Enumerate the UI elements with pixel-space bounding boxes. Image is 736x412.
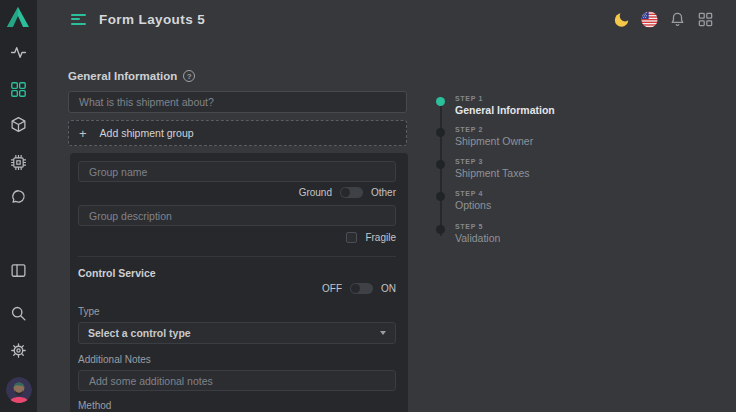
- fragile-label: Fragile: [365, 232, 396, 243]
- shipment-group-card: Ground Other Fragile Control Service OFF…: [70, 153, 408, 412]
- step-dot-icon: [436, 192, 445, 201]
- ground-other-toggle[interactable]: [340, 187, 363, 198]
- chevron-down-icon: [380, 331, 386, 335]
- cube-icon[interactable]: [10, 116, 27, 133]
- layout-panel-icon[interactable]: [10, 262, 27, 279]
- step-title: General Information: [455, 104, 555, 116]
- step-3-shipment-taxes[interactable]: STEP 3 Shipment Taxes: [436, 158, 530, 179]
- sidebar: [0, 0, 37, 412]
- step-dot-icon: [436, 128, 445, 137]
- brand-triangle-logo-icon[interactable]: [7, 7, 29, 27]
- control-type-select[interactable]: Select a control type: [78, 322, 396, 344]
- search-icon[interactable]: [10, 305, 27, 322]
- step-2-shipment-owner[interactable]: STEP 2 Shipment Owner: [436, 126, 533, 147]
- transport-toggle-row: Ground Other: [78, 187, 396, 198]
- additional-notes-label: Additional Notes: [78, 354, 396, 365]
- type-label: Type: [78, 306, 396, 317]
- step-dot-icon: [436, 160, 445, 169]
- ground-label: Ground: [299, 187, 332, 198]
- apps-grid-icon[interactable]: [697, 11, 714, 28]
- step-title: Validation: [455, 232, 500, 244]
- off-label: OFF: [322, 283, 342, 294]
- language-flag-icon[interactable]: [641, 11, 658, 28]
- user-avatar[interactable]: [6, 377, 32, 403]
- off-on-toggle[interactable]: [350, 283, 373, 294]
- step-title: Shipment Taxes: [455, 167, 530, 179]
- on-label: ON: [381, 283, 396, 294]
- step-4-options[interactable]: STEP 4 Options: [436, 190, 491, 211]
- wizard-stepper: STEP 1 General Information STEP 2 Shipme…: [436, 95, 626, 265]
- section-heading-label: General Information: [68, 70, 177, 82]
- step-5-validation[interactable]: STEP 5 Validation: [436, 223, 500, 244]
- add-shipment-group-button[interactable]: + Add shipment group: [68, 120, 407, 146]
- shipment-about-input[interactable]: [68, 91, 407, 113]
- card-divider: [78, 256, 396, 257]
- add-shipment-group-label: Add shipment group: [100, 127, 194, 139]
- step-1-general-information[interactable]: STEP 1 General Information: [436, 95, 555, 116]
- header: Form Layouts 5: [37, 0, 736, 38]
- group-description-input[interactable]: [78, 205, 396, 226]
- theme-moon-icon[interactable]: [613, 11, 630, 28]
- step-dot-icon: [436, 97, 445, 106]
- page-title: Form Layouts 5: [99, 12, 205, 27]
- control-service-title: Control Service: [78, 267, 396, 279]
- fragile-checkbox[interactable]: [346, 232, 357, 243]
- chip-icon[interactable]: [10, 154, 27, 171]
- plus-icon: +: [79, 126, 87, 141]
- additional-notes-input[interactable]: [78, 370, 396, 391]
- help-icon[interactable]: ?: [183, 70, 195, 82]
- activity-icon[interactable]: [10, 44, 27, 61]
- step-title: Shipment Owner: [455, 135, 533, 147]
- group-name-input[interactable]: [78, 161, 396, 182]
- step-dot-icon: [436, 225, 445, 234]
- control-toggle-row: OFF ON: [78, 283, 396, 294]
- step-title: Options: [455, 199, 491, 211]
- menu-hamburger-icon[interactable]: [71, 14, 86, 25]
- method-label: Method: [78, 400, 396, 411]
- step-label: STEP 3: [455, 158, 530, 165]
- grid-icon[interactable]: [10, 81, 27, 98]
- control-type-select-value: Select a control type: [88, 327, 191, 339]
- other-label: Other: [371, 187, 396, 198]
- step-label: STEP 1: [455, 95, 555, 102]
- step-label: STEP 5: [455, 223, 500, 230]
- notifications-bell-icon[interactable]: [669, 11, 686, 28]
- section-heading: General Information ?: [68, 70, 195, 82]
- chat-bubble-icon[interactable]: [10, 188, 27, 205]
- fragile-row: Fragile: [78, 232, 396, 243]
- settings-gear-icon[interactable]: [10, 342, 27, 359]
- step-label: STEP 4: [455, 190, 491, 197]
- step-label: STEP 2: [455, 126, 533, 133]
